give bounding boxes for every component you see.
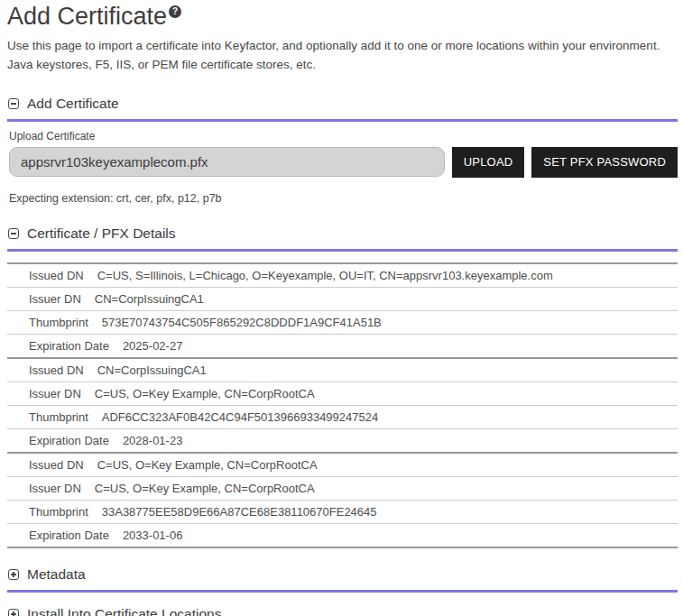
expand-plus-icon[interactable] (8, 569, 19, 580)
table-row: Issued DNC=US, O=Key Example, CN=CorpRoo… (7, 454, 678, 476)
row-label: Expiration Date (29, 434, 109, 447)
row-label: Issued DN (29, 458, 84, 472)
row-value: C=US, O=Key Example, CN=CorpRootCA (95, 482, 315, 495)
row-value: CN=CorpIssuingCA1 (95, 292, 204, 306)
row-value: C=US, S=Illinois, L=Chicago, O=Keyexampl… (97, 269, 553, 282)
table-row: Expiration Date2033-01-06 (7, 523, 678, 547)
row-value: CN=CorpIssuingCA1 (97, 363, 207, 377)
upload-panel: Upload Certificate UPLOAD SET PFX PASSWO… (7, 122, 678, 205)
upload-row: UPLOAD SET PFX PASSWORD (9, 147, 678, 178)
title-row: Add Certificate? (7, 3, 678, 31)
row-value: 573E70743754C505F865292C8DDDF1A9CF41A51B (102, 316, 382, 329)
row-value: 33A38775EE58D9E66A87CE68E38110670FE24645 (102, 505, 377, 519)
row-value: 2025-02-27 (123, 339, 183, 353)
table-row: Expiration Date2025-02-27 (7, 334, 678, 357)
collapse-minus-icon[interactable] (8, 98, 19, 109)
expand-plus-icon[interactable] (8, 609, 19, 616)
section-label: Metadata (27, 566, 86, 583)
section-label: Certificate / PFX Details (27, 225, 176, 242)
table-row: Issuer DNC=US, O=Key Example, CN=CorpRoo… (7, 382, 678, 405)
section-label: Add Certificate (27, 96, 119, 112)
row-label: Issued DN (29, 363, 84, 377)
table-row: Issuer DNC=US, O=Key Example, CN=CorpRoo… (7, 476, 678, 500)
row-label: Thumbprint (29, 316, 88, 329)
row-value: C=US, O=Key Example, CN=CorpRootCA (97, 458, 318, 472)
upload-button[interactable]: UPLOAD (452, 147, 525, 178)
row-value: ADF6CC323AF0B42C4C94F5013966933499247524 (102, 410, 378, 424)
set-pfx-password-button[interactable]: SET PFX PASSWORD (531, 147, 678, 178)
certificate-details-table: Issued DNC=US, S=Illinois, L=Chicago, O=… (7, 262, 678, 548)
section-header-details[interactable]: Certificate / PFX Details (7, 220, 678, 252)
table-row: Issuer DNCN=CorpIssuingCA1 (7, 287, 678, 310)
certificate-block: Issued DNCN=CorpIssuingCA1 Issuer DNC=US… (7, 359, 678, 454)
table-row: Issued DNCN=CorpIssuingCA1 (7, 359, 678, 382)
table-row: ThumbprintADF6CC323AF0B42C4C94F501396693… (7, 405, 678, 428)
row-label: Issuer DN (29, 387, 81, 400)
row-label: Thumbprint (29, 505, 88, 519)
collapse-minus-icon[interactable] (8, 228, 19, 239)
table-row: Thumbprint33A38775EE58D9E66A87CE68E38110… (7, 500, 678, 523)
certificate-file-input[interactable] (9, 147, 445, 177)
add-certificate-page: Add Certificate? Use this page to import… (0, 0, 683, 616)
section-label: Install Into Certificate Locations (27, 606, 221, 616)
table-row: Issued DNC=US, S=Illinois, L=Chicago, O=… (7, 264, 678, 287)
row-label: Issued DN (29, 269, 84, 282)
section-header-install-locations[interactable]: Install Into Certificate Locations (7, 601, 678, 616)
page-description: Use this page to import a certificate in… (7, 37, 678, 75)
table-row: Expiration Date2028-01-23 (7, 428, 678, 452)
row-label: Issuer DN (29, 482, 81, 495)
page-title: Add Certificate (7, 3, 167, 31)
row-label: Issuer DN (29, 292, 81, 306)
certificate-block: Issued DNC=US, O=Key Example, CN=CorpRoo… (7, 454, 678, 548)
row-label: Expiration Date (29, 339, 109, 353)
section-header-add-certificate[interactable]: Add Certificate (7, 90, 678, 122)
row-label: Thumbprint (29, 410, 88, 424)
row-value: C=US, O=Key Example, CN=CorpRootCA (95, 387, 315, 400)
section-header-metadata[interactable]: Metadata (7, 561, 678, 593)
extension-hint: Expecting extension: crt, cer, pfx, p12,… (9, 192, 678, 205)
row-value: 2033-01-06 (123, 529, 183, 542)
certificate-block: Issued DNC=US, S=Illinois, L=Chicago, O=… (7, 264, 678, 359)
upload-certificate-label: Upload Certificate (9, 130, 678, 143)
row-value: 2028-01-23 (123, 434, 183, 447)
table-row: Thumbprint573E70743754C505F865292C8DDDF1… (7, 310, 678, 334)
row-label: Expiration Date (29, 529, 109, 542)
help-icon[interactable]: ? (169, 5, 181, 18)
